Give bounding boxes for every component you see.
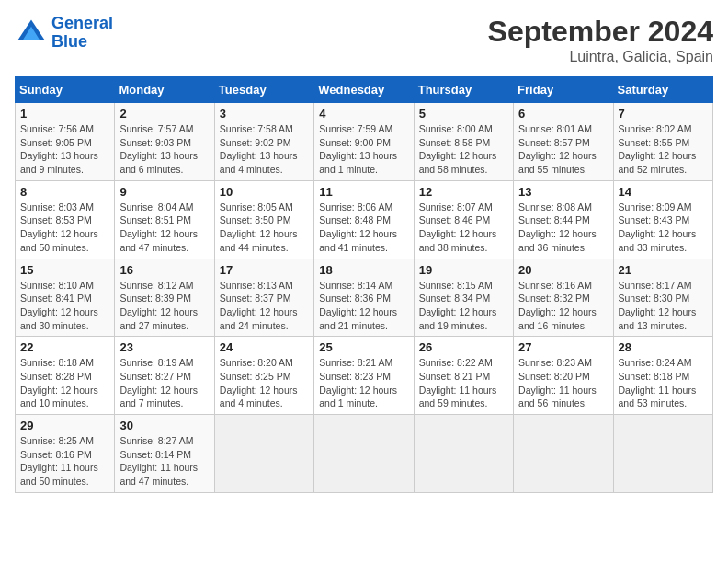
calendar-cell: 12Sunrise: 8:07 AM Sunset: 8:46 PM Dayli…: [414, 180, 513, 259]
day-number: 15: [20, 263, 109, 277]
day-number: 16: [119, 263, 209, 277]
day-number: 6: [518, 107, 608, 121]
header-wednesday: Wednesday: [314, 77, 414, 103]
day-info: Sunrise: 8:05 AM Sunset: 8:50 PM Dayligh…: [220, 201, 309, 255]
calendar-cell: 22Sunrise: 8:18 AM Sunset: 8:28 PM Dayli…: [16, 337, 115, 415]
calendar-cell: 21Sunrise: 8:17 AM Sunset: 8:30 PM Dayli…: [613, 259, 712, 337]
calendar-cell: 17Sunrise: 8:13 AM Sunset: 8:37 PM Dayli…: [214, 259, 313, 337]
day-number: 25: [319, 340, 408, 354]
day-number: 27: [518, 340, 608, 354]
calendar-cell: 1Sunrise: 7:56 AM Sunset: 9:05 PM Daylig…: [16, 103, 115, 181]
day-number: 4: [319, 107, 408, 121]
day-info: Sunrise: 8:04 AM Sunset: 8:51 PM Dayligh…: [119, 201, 209, 255]
calendar-cell: 23Sunrise: 8:19 AM Sunset: 8:27 PM Dayli…: [115, 337, 214, 415]
calendar-cell: 15Sunrise: 8:10 AM Sunset: 8:41 PM Dayli…: [16, 259, 115, 337]
day-info: Sunrise: 8:14 AM Sunset: 8:36 PM Dayligh…: [319, 279, 408, 333]
day-number: 5: [419, 107, 508, 121]
calendar-cell: 6Sunrise: 8:01 AM Sunset: 8:57 PM Daylig…: [514, 103, 613, 181]
day-info: Sunrise: 8:27 AM Sunset: 8:14 PM Dayligh…: [119, 434, 209, 488]
header-thursday: Thursday: [414, 77, 513, 103]
day-info: Sunrise: 8:25 AM Sunset: 8:16 PM Dayligh…: [20, 434, 109, 488]
day-info: Sunrise: 8:13 AM Sunset: 8:37 PM Dayligh…: [220, 279, 309, 333]
day-number: 13: [518, 185, 608, 199]
day-info: Sunrise: 8:15 AM Sunset: 8:34 PM Dayligh…: [419, 279, 508, 333]
day-number: 14: [619, 185, 708, 199]
day-info: Sunrise: 8:07 AM Sunset: 8:46 PM Dayligh…: [419, 201, 508, 255]
day-info: Sunrise: 8:09 AM Sunset: 8:43 PM Dayligh…: [619, 201, 708, 255]
day-info: Sunrise: 8:16 AM Sunset: 8:32 PM Dayligh…: [518, 279, 608, 333]
calendar-row-5: 29Sunrise: 8:25 AM Sunset: 8:16 PM Dayli…: [16, 415, 713, 493]
calendar-row-1: 1Sunrise: 7:56 AM Sunset: 9:05 PM Daylig…: [16, 103, 713, 181]
calendar-cell: [514, 415, 613, 493]
day-number: 7: [619, 107, 708, 121]
day-number: 20: [518, 263, 608, 277]
day-number: 29: [20, 419, 109, 432]
calendar-cell: 29Sunrise: 8:25 AM Sunset: 8:16 PM Dayli…: [16, 415, 115, 493]
calendar-cell: 5Sunrise: 8:00 AM Sunset: 8:58 PM Daylig…: [414, 103, 513, 181]
day-info: Sunrise: 8:17 AM Sunset: 8:30 PM Dayligh…: [619, 279, 708, 333]
day-number: 9: [119, 185, 209, 199]
day-number: 10: [220, 185, 309, 199]
calendar-cell: 9Sunrise: 8:04 AM Sunset: 8:51 PM Daylig…: [115, 180, 214, 259]
calendar-row-4: 22Sunrise: 8:18 AM Sunset: 8:28 PM Dayli…: [16, 337, 713, 415]
day-number: 21: [619, 263, 708, 277]
calendar-cell: 16Sunrise: 8:12 AM Sunset: 8:39 PM Dayli…: [115, 259, 214, 337]
day-info: Sunrise: 8:02 AM Sunset: 8:55 PM Dayligh…: [619, 122, 708, 177]
logo-icon: [15, 17, 48, 50]
day-number: 1: [20, 107, 109, 121]
day-info: Sunrise: 7:58 AM Sunset: 9:02 PM Dayligh…: [220, 122, 309, 177]
day-info: Sunrise: 8:18 AM Sunset: 8:28 PM Dayligh…: [20, 356, 109, 410]
calendar-cell: 2Sunrise: 7:57 AM Sunset: 9:03 PM Daylig…: [115, 103, 214, 181]
page-header: General Blue September 2024 Luintra, Gal…: [15, 15, 713, 65]
calendar-cell: 20Sunrise: 8:16 AM Sunset: 8:32 PM Dayli…: [514, 259, 613, 337]
logo-text: General Blue: [51, 15, 113, 52]
day-number: 28: [619, 340, 708, 354]
header-saturday: Saturday: [613, 77, 712, 103]
day-number: 8: [20, 185, 109, 199]
calendar-cell: 8Sunrise: 8:03 AM Sunset: 8:53 PM Daylig…: [16, 180, 115, 259]
calendar-row-2: 8Sunrise: 8:03 AM Sunset: 8:53 PM Daylig…: [16, 180, 713, 259]
calendar-cell: 7Sunrise: 8:02 AM Sunset: 8:55 PM Daylig…: [613, 103, 712, 181]
day-number: 19: [419, 263, 508, 277]
calendar-cell: 28Sunrise: 8:24 AM Sunset: 8:18 PM Dayli…: [613, 337, 712, 415]
day-number: 23: [119, 340, 209, 354]
calendar-cell: 30Sunrise: 8:27 AM Sunset: 8:14 PM Dayli…: [115, 415, 214, 493]
calendar-cell: 13Sunrise: 8:08 AM Sunset: 8:44 PM Dayli…: [514, 180, 613, 259]
location: Luintra, Galicia, Spain: [488, 49, 713, 65]
day-number: 26: [419, 340, 508, 354]
weekday-header-row: Sunday Monday Tuesday Wednesday Thursday…: [16, 77, 713, 103]
day-info: Sunrise: 8:12 AM Sunset: 8:39 PM Dayligh…: [119, 279, 209, 333]
header-sunday: Sunday: [16, 77, 115, 103]
header-tuesday: Tuesday: [214, 77, 313, 103]
calendar-cell: [613, 415, 712, 493]
day-number: 18: [319, 263, 408, 277]
header-friday: Friday: [514, 77, 613, 103]
calendar-cell: 25Sunrise: 8:21 AM Sunset: 8:23 PM Dayli…: [314, 337, 414, 415]
day-info: Sunrise: 8:21 AM Sunset: 8:23 PM Dayligh…: [319, 356, 408, 410]
day-number: 30: [119, 419, 209, 432]
calendar-cell: [414, 415, 513, 493]
day-info: Sunrise: 7:56 AM Sunset: 9:05 PM Dayligh…: [20, 122, 109, 177]
day-info: Sunrise: 8:06 AM Sunset: 8:48 PM Dayligh…: [319, 201, 408, 255]
month-title: September 2024: [488, 15, 713, 49]
day-info: Sunrise: 8:24 AM Sunset: 8:18 PM Dayligh…: [619, 356, 708, 410]
calendar-cell: [214, 415, 313, 493]
calendar-row-3: 15Sunrise: 8:10 AM Sunset: 8:41 PM Dayli…: [16, 259, 713, 337]
day-number: 11: [319, 185, 408, 199]
calendar-cell: [314, 415, 414, 493]
day-info: Sunrise: 7:57 AM Sunset: 9:03 PM Dayligh…: [119, 122, 209, 177]
calendar-cell: 18Sunrise: 8:14 AM Sunset: 8:36 PM Dayli…: [314, 259, 414, 337]
calendar-cell: 27Sunrise: 8:23 AM Sunset: 8:20 PM Dayli…: [514, 337, 613, 415]
day-info: Sunrise: 8:08 AM Sunset: 8:44 PM Dayligh…: [518, 201, 608, 255]
calendar-cell: 10Sunrise: 8:05 AM Sunset: 8:50 PM Dayli…: [214, 180, 313, 259]
day-info: Sunrise: 7:59 AM Sunset: 9:00 PM Dayligh…: [319, 122, 408, 177]
day-info: Sunrise: 8:00 AM Sunset: 8:58 PM Dayligh…: [419, 122, 508, 177]
day-info: Sunrise: 8:20 AM Sunset: 8:25 PM Dayligh…: [220, 356, 309, 410]
day-number: 12: [419, 185, 508, 199]
day-number: 3: [220, 107, 309, 121]
day-info: Sunrise: 8:22 AM Sunset: 8:21 PM Dayligh…: [419, 356, 508, 410]
day-info: Sunrise: 8:23 AM Sunset: 8:20 PM Dayligh…: [518, 356, 608, 410]
header-monday: Monday: [115, 77, 214, 103]
day-info: Sunrise: 8:03 AM Sunset: 8:53 PM Dayligh…: [20, 201, 109, 255]
calendar-cell: 26Sunrise: 8:22 AM Sunset: 8:21 PM Dayli…: [414, 337, 513, 415]
